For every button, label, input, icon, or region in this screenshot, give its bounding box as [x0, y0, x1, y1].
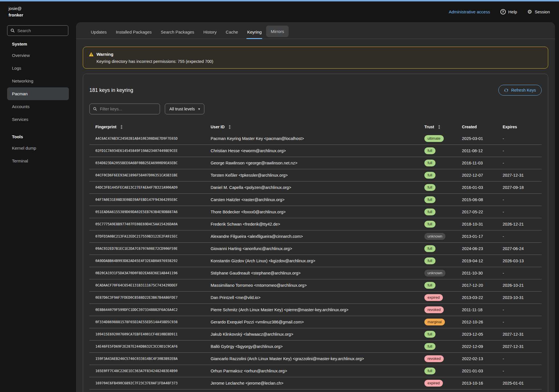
column-header-trust[interactable]: Trust	[424, 125, 462, 129]
key-user-id: Christian Hesse <eworm@archlinux.org>	[211, 148, 424, 153]
sort-arrows-icon[interactable]	[438, 125, 441, 129]
key-expires: -	[503, 234, 542, 239]
trust-badge: unknown	[424, 233, 445, 240]
table-row[interactable]: A4C6AC47AB3C24502B1AB410E308DAE7D9F7E65D…	[89, 133, 542, 145]
tab-history[interactable]: History	[199, 25, 221, 39]
table-row[interactable]: 169704C6FB490C6892C7F23C37E0AF1FDA48F373…	[89, 377, 542, 389]
key-expires: 2027-12-31	[503, 332, 542, 337]
tab-keyring[interactable]: Keyring	[242, 25, 266, 39]
filter-keys-input[interactable]: Filter keys...	[89, 104, 160, 114]
host-brand[interactable]: josie@ fronker	[9, 5, 23, 18]
trust-badge: full	[424, 257, 435, 264]
nav-section-system: System	[7, 39, 69, 48]
administrative-access-link[interactable]: Administrative access	[449, 9, 490, 14]
key-created: 2018-10-31	[462, 222, 503, 226]
trust-badge: ultimate	[424, 135, 444, 142]
key-expires: 2026-10-21	[503, 283, 542, 288]
column-header-user-id[interactable]: User ID	[211, 125, 424, 129]
key-fingerprint: A4C6AC47AB3C24502B1AB410E308DAE7D9F7E65D	[95, 137, 211, 141]
key-fingerprint: 09AC932ED7B1EC1E2DA7C6797A08E72CD906F59E	[95, 247, 211, 251]
sidebar-search-input[interactable]: Search	[7, 25, 68, 36]
help-menu[interactable]: ? Help	[500, 9, 517, 15]
caret-down-icon: ▾	[198, 107, 200, 111]
table-row[interactable]: 07DFD3A0BC213FA12EDC217559B3122E2FA915EC…	[89, 230, 542, 243]
sidebar-item-kernel-dump[interactable]: Kernel dump	[7, 142, 69, 154]
sidebar-item-accounts[interactable]: Accounts	[7, 100, 69, 113]
tab-cache[interactable]: Cache	[221, 25, 242, 39]
key-expires: -	[503, 356, 542, 361]
session-label: Session	[535, 9, 550, 14]
alert-title: Warning	[96, 52, 113, 57]
tab-search-packages[interactable]: Search Packages	[156, 25, 199, 39]
table-row[interactable]: 165E0FF7C48C226E1EC363A7F83424824B3E4B90…	[89, 365, 542, 377]
trust-select-value: All trust levels	[169, 107, 195, 111]
key-expires: 2027-12-31	[503, 173, 542, 178]
key-fingerprint: 034D823DA2055BEE6A6BF0BB25EA6900D9EA5EBC	[95, 161, 211, 165]
refresh-keys-button[interactable]: Refresh Keys	[498, 85, 542, 96]
sidebar-item-networking[interactable]: Networking	[7, 75, 69, 87]
table-row[interactable]: 159F3A43AEB246C5746C033814BC4F30B3B92EBA…	[89, 353, 542, 365]
trust-badge: marginal	[424, 319, 445, 325]
key-user-id: Carsten Haitzler <raster@archlinux.org>	[211, 197, 424, 202]
key-user-id: Giancarlo Razzolini (Arch Linux Master K…	[211, 356, 424, 361]
key-created: 2021-01-03	[462, 369, 503, 373]
table-row[interactable]: 0F334D8698881578F65D2AE55ED514A45BD5C938…	[89, 316, 542, 328]
key-created: 2019-04-12	[462, 259, 503, 263]
key-created: 2011-08-12	[462, 148, 503, 153]
table-row[interactable]: 051EAD6A6155389D69DA02E5EB763B4E9DB887A6…	[89, 206, 542, 218]
key-user-id: Orhun Parmaksız <orhun@archlinux.org>	[211, 369, 424, 373]
table-row[interactable]: 0CADAACF70F64C654E131B3111675C743429DDEF…	[89, 279, 542, 292]
key-created: 2016-01-03	[462, 185, 503, 190]
session-menu[interactable]: ⚙ Session	[527, 9, 550, 15]
table-row[interactable]: 02FD1C7A934E614545849F19A6234074498E9CEE…	[89, 145, 542, 157]
key-expires: 2026-03-13	[503, 259, 542, 263]
key-fingerprint: 109415E692007609CA7EBFE4001CF4810BE8D911	[95, 332, 211, 336]
table-row[interactable]: 09AC932ED7B1EC1E2DA7C6797A08E72CD906F59E…	[89, 243, 542, 255]
trust-badge: full	[424, 221, 435, 228]
column-header-created: Created	[462, 125, 503, 129]
key-expires: 2027-09-18	[503, 185, 542, 190]
key-fingerprint: 02FD1C7A934E614545849F19A6234074498E9CEE	[95, 149, 211, 153]
trust-badge: full	[424, 147, 435, 154]
table-row[interactable]: 04CF0CD6F6EE93AE1896F58407D06351CA5B31BE…	[89, 169, 542, 181]
tab-installed-packages[interactable]: Installed Packages	[111, 25, 156, 39]
sidebar-item-logs[interactable]: Logs	[7, 62, 69, 75]
key-user-id: Konstantin Gizdov (Arch Linux) <kgizdov@…	[211, 259, 424, 263]
key-user-id: George Rawlinson <george@rawlinson.net.n…	[211, 161, 424, 165]
sort-arrows-icon[interactable]	[228, 125, 231, 129]
keys-table-body: A4C6AC47AB3C24502B1AB410E308DAE7D9F7E65D…	[89, 133, 542, 389]
trust-badge: full	[424, 209, 435, 215]
table-row[interactable]: 0B20CA1931F5DA3A70D0F8D2EA6836E1AB441196…	[89, 267, 542, 279]
table-row[interactable]: 0E87D6C3F9AF7FDED0C8588D22E3B67B4A86FDE7…	[89, 292, 542, 304]
tab-updates[interactable]: Updates	[86, 25, 111, 39]
trust-badge: full	[424, 368, 435, 374]
sidebar-item-pacman[interactable]: Pacman	[7, 87, 69, 100]
table-row[interactable]: 05C7775A9E8B977407FE08E69D4C5AA15426DA0A…	[89, 218, 542, 230]
keyring-card: 181 keys in keyring Refresh Keys Filter …	[83, 74, 548, 392]
sidebar-item-services[interactable]: Services	[7, 113, 69, 126]
table-row[interactable]: 109415E692007609CA7EBFE4001CF4810BE8D911…	[89, 328, 542, 341]
sort-arrows-icon[interactable]	[120, 125, 123, 129]
key-created: 2022-12-09	[462, 344, 503, 349]
sidebar-item-overview[interactable]: Overview	[7, 49, 69, 62]
table-row[interactable]: 034D823DA2055BEE6A6BF0BB25EA6900D9EA5EBC…	[89, 157, 542, 169]
key-fingerprint: 0CADAACF70F64C654E131B3111675C743429DDEF	[95, 283, 211, 287]
key-user-id: Pierre Schmitz (Arch Linux Master Key) <…	[211, 308, 424, 312]
table-row[interactable]: 0E8B644079F599DFC1DDC3973348882F6AC6A4C2…	[89, 304, 542, 316]
trust-badge: full	[424, 282, 435, 289]
sidebar-item-terminal[interactable]: Terminal	[7, 154, 69, 167]
key-expires: 2027-06-24	[503, 246, 542, 251]
key-fingerprint: 0F334D8698881578F65D2AE55ED514A45BD5C938	[95, 320, 211, 324]
table-row[interactable]: 0A9DDABB64B993D82AD45E4F32EAB0A976938292…	[89, 255, 542, 267]
table-row[interactable]: 14E46FE5FD69F2E287E244DB632C3CC0D1C9CAF6…	[89, 341, 542, 353]
table-row[interactable]: 04DC3FB1445FECA813C27EFAEA4F7B321A906AD9…	[89, 181, 542, 194]
key-expires: 2025-01-01	[503, 381, 542, 385]
table-row[interactable]: 04F7A0E31E08D3E08D39AFEBD147F94364295E8C…	[89, 194, 542, 206]
key-fingerprint: 07DFD3A0BC213FA12EDC217559B3122E2FA915EC	[95, 234, 211, 238]
column-header-fingerprint[interactable]: Fingerprint	[95, 125, 211, 129]
tab-mirrors[interactable]: Mirrors	[266, 26, 289, 37]
key-created: 2017-12-20	[462, 283, 503, 288]
trust-level-select[interactable]: All trust levels ▾	[165, 104, 204, 114]
key-fingerprint: 165E0FF7C48C226E1EC363A7F83424824B3E4B90	[95, 369, 211, 373]
key-created: 2013-01-17	[462, 234, 503, 239]
